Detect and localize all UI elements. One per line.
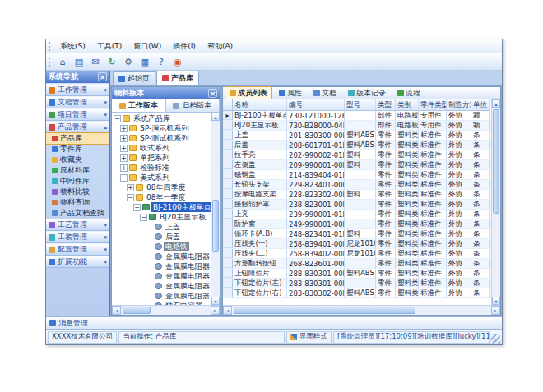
- table-row[interactable]: BJ20主显示板730-B28000-04E部件电路板专用件外协颗: [223, 121, 491, 131]
- table-row[interactable]: 拉手亮202-990002-01E塑料零件塑料类标准件外协条: [223, 150, 491, 160]
- table-vertical-scrollbar[interactable]: [491, 99, 500, 305]
- tab-archived-version[interactable]: 归档版本: [166, 99, 220, 112]
- tree-expander-icon[interactable]: −: [133, 204, 141, 211]
- tree-vscroll-track[interactable]: [211, 121, 220, 297]
- tab-version-history[interactable]: 版本记录: [343, 86, 391, 100]
- tree-expander-icon[interactable]: −: [127, 194, 134, 201]
- resize-grip[interactable]: [491, 334, 500, 344]
- table-row[interactable]: 压线夹(一)258-839401-00E尼龙1010零件塑料类标准件外协条: [223, 239, 491, 249]
- nav-group-config[interactable]: 配置管理▾: [46, 243, 109, 256]
- tree-expander-icon[interactable]: +: [120, 145, 128, 152]
- nav-group-process[interactable]: 工艺管理▾: [46, 219, 109, 231]
- table-row[interactable]: 长钮头支架229-823401-00E零件塑料类标准件外协条: [223, 180, 491, 190]
- tree-node[interactable]: +单把系列: [112, 153, 211, 163]
- column-header-7[interactable]: 单位: [471, 99, 490, 111]
- nav-item-material-query[interactable]: 物料查询: [46, 197, 109, 208]
- help-button[interactable]: ?: [154, 55, 169, 69]
- tree-node[interactable]: −系统产品库: [112, 113, 211, 123]
- home-button[interactable]: ⌂: [55, 55, 70, 69]
- tree-hscroll-track[interactable]: [121, 306, 211, 315]
- tree-node[interactable]: 电烙铁: [112, 242, 211, 251]
- nav-item-material-compare[interactable]: 物料比较: [46, 187, 109, 197]
- table-row[interactable]: 左侧盖209-990001-00E塑料零件塑料类标准件外协条: [223, 160, 491, 170]
- tree-expander-icon[interactable]: +: [120, 135, 128, 142]
- tree-vertical-scrollbar[interactable]: [211, 113, 220, 305]
- table-vscroll-track[interactable]: [492, 108, 500, 297]
- nav-group-extension[interactable]: 扩展功能▾: [46, 256, 109, 268]
- tree-expander-icon[interactable]: −: [120, 174, 128, 182]
- nav-item-product-library[interactable]: 产品库: [46, 133, 109, 144]
- scroll-down-icon[interactable]: [492, 297, 500, 305]
- table-row[interactable]: 循环卡(A.B)248-823401-01E塑料零件塑料类标准件外协条: [223, 229, 491, 239]
- column-header-1[interactable]: 编号: [287, 99, 345, 111]
- tree-hscroll-thumb[interactable]: [123, 307, 151, 314]
- calculator-button[interactable]: ▦: [137, 55, 152, 69]
- tree-node[interactable]: −美式系列: [112, 173, 211, 182]
- tab-workflow[interactable]: 流程: [392, 86, 425, 100]
- status-style[interactable]: 界面样式: [286, 331, 332, 344]
- nav-item-intermediate-library[interactable]: 中间件库: [46, 176, 109, 187]
- table-hscroll-thumb[interactable]: [234, 307, 415, 314]
- nav-item-raw-materials[interactable]: 原材料库: [46, 165, 109, 176]
- table-row[interactable]: 方形翻转按钮268-823601-00E零件塑料类标准件外协条: [223, 259, 491, 269]
- exit-button[interactable]: ◉: [170, 55, 185, 69]
- scroll-up-icon[interactable]: [492, 99, 500, 108]
- table-row[interactable]: 压线夹(二)258-839402-00E尼龙1010零件塑料类标准件外协条: [223, 249, 491, 259]
- menu-grip[interactable]: [49, 42, 52, 51]
- table-row[interactable]: 下钮定位片(左)283-830301-00E零件塑料类标准件外协条: [223, 279, 491, 288]
- table-row[interactable]: 后盖208-601701-01E塑料ABS零件塑料类标准件外协条: [223, 141, 491, 150]
- mail-button[interactable]: ✉: [88, 55, 103, 69]
- column-header-6[interactable]: 制造方式: [447, 99, 471, 111]
- nav-group-product[interactable]: 产品管理▴: [46, 121, 109, 133]
- nav-item-favorites[interactable]: 收藏夹: [46, 154, 109, 165]
- nav-group-document[interactable]: 文档管理▾: [46, 96, 109, 108]
- table-vscroll-thumb[interactable]: [493, 109, 499, 214]
- tree-expander-icon[interactable]: +: [127, 184, 134, 191]
- tree-expander-icon[interactable]: −: [140, 214, 147, 221]
- tree-node[interactable]: −BJ-2100主板单点: [112, 202, 211, 212]
- nav-group-project[interactable]: 项目管理▾: [46, 108, 109, 121]
- table-row[interactable]: 上钮限位片288-830301-00E塑料ABS零件塑料类标准件外协条: [223, 269, 491, 279]
- nav-item-product-doc-search[interactable]: 产品文档查找: [46, 208, 109, 219]
- menu-item-1[interactable]: 工具(T): [91, 40, 128, 53]
- scroll-left-icon[interactable]: [223, 306, 232, 315]
- table-row[interactable]: 接触轮护罩238-823001-00E零件塑料类标准件外协条: [223, 200, 491, 210]
- menu-item-2[interactable]: 窗口(W): [128, 40, 167, 53]
- tab-product-library[interactable]: 产品库: [156, 71, 199, 85]
- tree-node[interactable]: +欧式系列: [112, 143, 211, 153]
- nav-group-tooling[interactable]: 工装管理▾: [46, 231, 109, 243]
- tree-expander-icon[interactable]: +: [120, 154, 128, 162]
- table-row[interactable]: 上亮239-990001-01E零件塑料类标准件外协条: [223, 210, 491, 219]
- close-icon[interactable]: [98, 72, 107, 81]
- tree-node[interactable]: 后盖: [112, 232, 211, 242]
- column-header-5[interactable]: 零件类型: [419, 99, 447, 111]
- tree-horizontal-scrollbar[interactable]: [112, 305, 220, 315]
- tab-documents[interactable]: 文档: [309, 86, 341, 100]
- scroll-right-icon[interactable]: [211, 306, 220, 315]
- tree-node[interactable]: +08年四季度: [112, 182, 211, 192]
- tree-node[interactable]: 金属膜电阻器: [112, 261, 211, 271]
- tab-properties[interactable]: 属性: [274, 86, 307, 100]
- settings-button[interactable]: ⚙: [121, 55, 136, 69]
- table-row[interactable]: 按摩电路支架228-823302-00E塑料零件塑料类标准件外协条: [223, 190, 491, 200]
- table-hscroll-track[interactable]: [232, 306, 491, 315]
- tree-node[interactable]: 金属膜电阻器: [112, 281, 211, 291]
- tree-node[interactable]: 金属膜电阻器: [112, 271, 211, 281]
- tree-vscroll-thumb[interactable]: [212, 200, 219, 252]
- menu-item-3[interactable]: 插件(I): [167, 40, 202, 53]
- tree-node[interactable]: +SP-测试机系列: [112, 133, 211, 143]
- tab-member-list[interactable]: 成员列表: [225, 86, 272, 100]
- workspace-button[interactable]: ▤: [72, 55, 86, 69]
- table-row[interactable]: ▸BJ-2100主板单点730-T21000-12E部件电路板专用件外协颗: [223, 111, 491, 121]
- scroll-right-icon[interactable]: [491, 306, 500, 315]
- message-bar[interactable]: 消息管理: [46, 316, 502, 329]
- tree-node[interactable]: +检验标准: [112, 163, 211, 173]
- tree-node[interactable]: −BJ20主显示板: [112, 212, 211, 222]
- scroll-left-icon[interactable]: [112, 306, 121, 315]
- table-horizontal-scrollbar[interactable]: [223, 305, 500, 315]
- menu-item-4[interactable]: 帮助(A): [202, 40, 239, 53]
- table-row[interactable]: 下钮定位片(右)283-830302-00E塑料ABS零件塑料类标准件外协条: [223, 288, 491, 298]
- refresh-button[interactable]: ↻: [104, 55, 119, 69]
- column-header-0[interactable]: 名称: [233, 99, 287, 111]
- tree-expander-icon[interactable]: −: [114, 115, 121, 122]
